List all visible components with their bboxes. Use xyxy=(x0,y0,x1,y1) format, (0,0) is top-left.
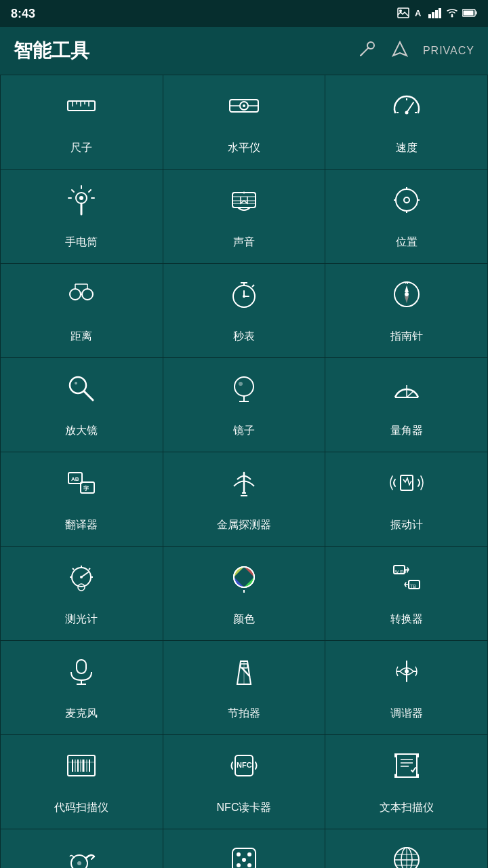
svg-text:TB: TB xyxy=(410,584,416,589)
tool-item-random[interactable]: 随机 xyxy=(163,829,325,868)
accessibility-icon: A xyxy=(413,7,424,20)
tool-label-metal: 金属探测器 xyxy=(217,518,271,532)
tool-item-mic[interactable]: 麦克风 xyxy=(1,641,163,734)
tool-item-flashlight[interactable]: 手电筒 xyxy=(1,170,163,263)
tool-label-location: 位置 xyxy=(396,235,418,250)
svg-rect-3 xyxy=(428,14,431,18)
tool-item-metronome[interactable]: 节拍器 xyxy=(163,641,325,734)
svg-point-45 xyxy=(404,197,409,203)
tool-item-nfc[interactable]: NFC NFC读卡器 xyxy=(163,735,325,829)
wifi-icon xyxy=(446,8,458,20)
svg-rect-5 xyxy=(435,10,438,18)
svg-marker-65 xyxy=(405,296,409,303)
tool-label-translator: 翻译器 xyxy=(65,518,98,532)
privacy-button[interactable]: PRIVACY xyxy=(423,45,474,57)
svg-point-95 xyxy=(234,567,254,587)
svg-line-91 xyxy=(89,568,90,570)
tool-item-color[interactable]: 颜色 xyxy=(163,547,325,640)
lightmeter-icon xyxy=(64,560,98,606)
compass-icon: N xyxy=(390,277,424,323)
svg-point-70 xyxy=(75,382,77,384)
svg-text:N: N xyxy=(405,281,408,285)
translator-icon: AB 字 xyxy=(64,466,98,511)
svg-point-87 xyxy=(80,576,83,578)
random-icon xyxy=(227,843,261,868)
svg-line-127 xyxy=(92,856,94,859)
tool-item-translator[interactable]: AB 字 翻译器 xyxy=(1,452,163,546)
protractor-icon xyxy=(390,372,424,417)
tool-item-magnifier[interactable]: 放大镜 xyxy=(1,358,163,452)
tool-item-stopwatch[interactable]: 秒表 xyxy=(163,264,325,357)
stopwatch-icon xyxy=(227,277,261,323)
magnifier-icon xyxy=(64,372,98,417)
tools-grid: 尺子 水平仪 速度 手电筒 声音 位置 xyxy=(0,75,488,868)
tool-item-protractor[interactable]: 量角器 xyxy=(325,358,487,452)
status-time: 8:43 xyxy=(11,7,35,21)
svg-line-62 xyxy=(252,285,254,287)
speed-icon xyxy=(390,89,424,134)
svg-rect-15 xyxy=(68,101,95,111)
tool-item-distance[interactable]: 距离 xyxy=(1,264,163,357)
location-icon xyxy=(390,183,424,229)
tool-label-color: 颜色 xyxy=(233,612,255,627)
tools-icon[interactable] xyxy=(358,39,377,62)
sound-icon xyxy=(227,183,261,229)
flashlight-icon xyxy=(64,183,98,229)
tool-label-flashlight: 手电筒 xyxy=(65,235,98,250)
tool-item-textscan[interactable]: 文本扫描仪 xyxy=(325,735,487,829)
svg-point-130 xyxy=(237,852,241,856)
tool-label-ruler: 尺子 xyxy=(70,141,92,155)
tool-item-tuner[interactable]: 调谐器 xyxy=(325,641,487,734)
svg-line-89 xyxy=(73,568,74,570)
svg-point-74 xyxy=(239,382,243,386)
tool-label-tuner: 调谐器 xyxy=(390,707,423,721)
svg-point-128 xyxy=(77,861,81,865)
svg-line-69 xyxy=(84,391,93,400)
tool-label-metronome: 节拍器 xyxy=(228,707,260,721)
svg-rect-4 xyxy=(432,12,434,18)
tool-item-converter[interactable]: w m ft TB 转换器 xyxy=(325,547,487,640)
tuner-icon xyxy=(390,654,424,700)
tool-item-whistle[interactable]: 狗哨 xyxy=(1,829,163,868)
header-actions: PRIVACY xyxy=(358,39,474,62)
svg-line-33 xyxy=(89,190,91,192)
tool-item-ruler[interactable]: 尺子 xyxy=(1,75,163,169)
tool-item-metal[interactable]: 金属探测器 xyxy=(163,452,325,546)
tool-label-mirror: 镜子 xyxy=(233,424,255,438)
nfc-icon: NFC xyxy=(227,749,261,794)
tool-label-converter: 转换器 xyxy=(390,612,423,627)
tool-item-barcode[interactable]: 代码扫描仪 xyxy=(1,735,163,829)
color-icon xyxy=(227,560,261,606)
whistle-icon xyxy=(64,843,98,868)
svg-rect-39 xyxy=(232,193,256,208)
tool-item-lightmeter[interactable]: 测光计 xyxy=(1,547,163,640)
tool-item-location[interactable]: 位置 xyxy=(325,170,487,263)
tool-item-compass[interactable]: N 指南针 xyxy=(325,264,487,357)
level-icon xyxy=(227,89,261,134)
svg-point-51 xyxy=(82,289,93,300)
tool-item-speed[interactable]: 速度 xyxy=(325,75,487,169)
metronome-icon xyxy=(227,654,261,700)
app-header: 智能工具 PRIVACY xyxy=(0,27,488,75)
tool-label-distance: 距离 xyxy=(70,330,92,344)
svg-point-7 xyxy=(451,15,453,17)
svg-point-110 xyxy=(405,669,409,673)
svg-point-133 xyxy=(247,863,251,867)
tool-label-compass: 指南针 xyxy=(390,330,423,344)
svg-point-12 xyxy=(367,42,374,49)
navigation-icon[interactable] xyxy=(390,39,409,62)
tool-item-sound[interactable]: 声音 xyxy=(163,170,325,263)
svg-point-43 xyxy=(243,192,245,194)
tool-label-stopwatch: 秒表 xyxy=(233,330,255,344)
vibration-icon xyxy=(390,466,424,511)
svg-marker-64 xyxy=(405,285,409,292)
svg-point-27 xyxy=(405,111,408,115)
svg-point-132 xyxy=(237,863,241,867)
tool-item-mirror[interactable]: 镜子 xyxy=(163,358,325,452)
tool-item-vibration[interactable]: 振动计 xyxy=(325,452,487,546)
tool-item-timezone[interactable]: 时区 xyxy=(325,829,487,868)
tool-item-level[interactable]: 水平仪 xyxy=(163,75,325,169)
tool-label-lightmeter: 测光计 xyxy=(65,612,98,627)
textscan-icon xyxy=(390,749,424,794)
tool-label-protractor: 量角器 xyxy=(390,424,423,438)
